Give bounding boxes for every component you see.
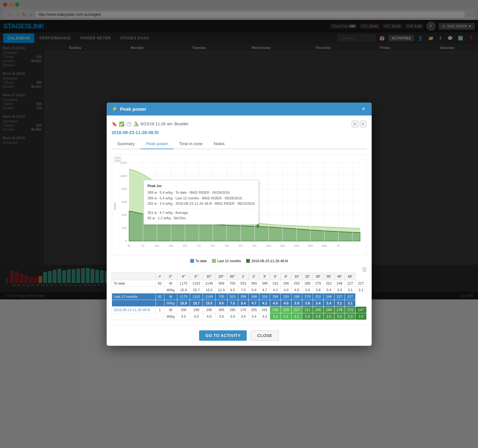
activity-filename[interactable]: 2016-08-23-11-26-48.fit [112, 130, 367, 135]
td-last12-4s: 1162 [190, 293, 203, 299]
next-activity-button[interactable]: › [360, 121, 367, 127]
table-header-row: # 3" 4" 5" 10" 20" 30" 1' 2' 3' 5' 6' 10… [112, 273, 366, 280]
th-6m: 6' [281, 273, 292, 280]
td-to-date-30s: 553 [238, 280, 249, 286]
legend-dot-last-12 [212, 259, 216, 263]
th-30m: 30' [323, 273, 334, 280]
td-last12-60m: 227 [345, 293, 356, 299]
td-to-date-4s: 1162 [190, 280, 203, 286]
td-to-date-wkg-4s: 15.7 [190, 286, 203, 293]
legend-to-date-label: To date [196, 259, 207, 263]
th-1m: 1' [238, 273, 249, 280]
th-15m: 15' [302, 273, 313, 280]
td-to-date-wkg-6m: 4.0 [292, 286, 302, 293]
tooltip-line-3: 255 w · 3.4 w/kg · 2016-08-23-11-26-48.f… [148, 201, 255, 207]
tooltip-line-1: 399 w · 5.4 w/kg · To date · BIKE RIDER … [148, 190, 255, 196]
peak-power-table: # 3" 4" 5" 10" 20" 30" 1' 2' 3' 5' 6' 10… [112, 273, 367, 300]
svg-text:600: 600 [121, 200, 127, 203]
td-last12-5s: 1149 [203, 293, 215, 299]
td-to-date-10m: 288 [302, 280, 313, 286]
td-to-date-wkg-30s: 7.5 [238, 286, 249, 293]
modal-close-button[interactable]: × [361, 106, 367, 112]
td-last12-3m: 310 [259, 293, 270, 299]
th-10s: 10" [203, 273, 215, 280]
td-last12-label: Last 12 months [112, 293, 156, 299]
td-last12-40m: 227 [334, 293, 345, 299]
table-row-last12-w: Last 12 months 82 W 1175 1162 1149 705 5… [112, 293, 366, 299]
modal-tabs: Summary Peak power Time in zone Notes [112, 139, 367, 149]
td-to-date-count: 82 [156, 280, 164, 286]
td-to-date-30m: 248 [334, 280, 345, 286]
svg-text:2m: 2m [211, 244, 215, 247]
chart-legend: To date Last 12 months 2016-08-23-11-26-… [112, 259, 367, 263]
svg-text:5s: 5s [141, 244, 145, 247]
expand-chart-button[interactable]: ⛶ [114, 156, 121, 162]
td-last12-20s: 705 [215, 293, 227, 299]
td-to-date-wkg-60m: 3.1 [356, 286, 366, 293]
th-10m: 10' [292, 273, 302, 280]
td-to-date-5s: 1149 [203, 280, 215, 286]
td-last12-20m: 252 [313, 293, 323, 299]
legend-activity: 2016-08-23-11-26-48.fit [246, 259, 288, 263]
activity-nav: ‹ › [351, 121, 367, 127]
td-to-date-wkg-5s: 15.5 [203, 286, 215, 293]
td-to-date-wkg-2m: 4.7 [259, 286, 270, 293]
modal-overlay: ⚡ Peak power × 🔖 ✅ 🕐 🚴 8/23/16 11:26 am … [0, 0, 478, 299]
tab-summary[interactable]: Summary [112, 139, 141, 149]
tooltip-line-2: 399 w · 5.4 w/kg · Last 12 months · BIKE… [148, 196, 255, 201]
modal-title-text: Peak power [120, 106, 146, 112]
td-to-date-wkg-5m: 4.0 [281, 286, 292, 293]
peak-power-modal: ⚡ Peak power × 🔖 ✅ 🕐 🚴 8/23/16 11:26 am … [107, 103, 372, 300]
td-to-date-wkg-3s: 15.9 [177, 286, 190, 293]
tab-time-in-zone[interactable]: Time in zone [174, 139, 208, 149]
svg-text:3m: 3m [225, 244, 228, 247]
legend-last-12: Last 12 months [212, 259, 241, 263]
td-to-date-40m: 227 [345, 280, 356, 286]
svg-text:5m: 5m [239, 244, 242, 247]
table-menu-icon[interactable]: ☰ [362, 267, 367, 273]
modal-body: 🔖 ✅ 🕐 🚴 8/23/16 11:26 am Boulder ‹ › 201… [107, 115, 372, 300]
legend-to-date: To date [190, 259, 207, 263]
table-row-to-date-wkg: W/kg 15.9 15.7 15.5 12.9 9.5 7.5 5.4 4.7… [112, 286, 366, 293]
bookmark-icon: 🔖 [112, 121, 117, 127]
legend-dot-activity [246, 259, 250, 263]
td-to-date-20m: 252 [323, 280, 334, 286]
th-3m: 3' [259, 273, 270, 280]
modal-title: ⚡ Peak power [112, 106, 146, 112]
th-30s: 30" [227, 273, 238, 280]
td-to-date-15m: 279 [313, 280, 323, 286]
svg-text:20s: 20s [168, 244, 173, 247]
th-60m: 60' [345, 273, 356, 280]
svg-text:6m: 6m [253, 244, 257, 247]
tab-notes[interactable]: Notes [208, 139, 230, 149]
svg-text:400: 400 [121, 213, 127, 216]
tab-peak-power[interactable]: Peak power [140, 139, 174, 149]
svg-text:0: 0 [125, 239, 127, 242]
svg-text:200: 200 [121, 226, 127, 229]
svg-text:1m: 1m [197, 244, 201, 247]
prev-activity-button[interactable]: ‹ [351, 121, 358, 127]
th-40m: 40' [334, 273, 345, 280]
td-to-date-wkg-20s: 9.5 [227, 286, 238, 293]
th-count: # [156, 273, 164, 280]
td-to-date-10s: 958 [215, 280, 227, 286]
legend-dot-to-date [190, 259, 194, 263]
td-last12-10m: 288 [292, 293, 302, 299]
activity-icons: 🔖 ✅ 🕐 🚴 8/23/16 11:26 am Boulder [112, 121, 189, 127]
td-last12-30s: 553 [227, 293, 238, 299]
tooltip-avg: 351 w · 4.7 w/kg · Average [148, 210, 255, 216]
td-to-date-5m: 296 [281, 280, 292, 286]
svg-text:10m: 10m [266, 244, 271, 247]
td-to-date-wkg-30m: 3.4 [334, 286, 345, 293]
svg-text:40m: 40m [322, 244, 327, 247]
td-to-date-3m: 310 [270, 280, 281, 286]
activity-info-row: 🔖 ✅ 🕐 🚴 8/23/16 11:26 am Boulder ‹ › [112, 121, 367, 127]
td-to-date-20s: 705 [227, 280, 238, 286]
svg-text:10s: 10s [155, 244, 159, 247]
td-to-date-wkg-20m: 3.4 [323, 286, 334, 293]
td-to-date-3s: 1175 [177, 280, 190, 286]
td-to-date-6m: 293 [292, 280, 302, 286]
td-last12-15m: 279 [302, 293, 313, 299]
td-to-date-wkg-3m: 4.2 [270, 286, 281, 293]
td-to-date-1m: 399 [249, 280, 259, 286]
